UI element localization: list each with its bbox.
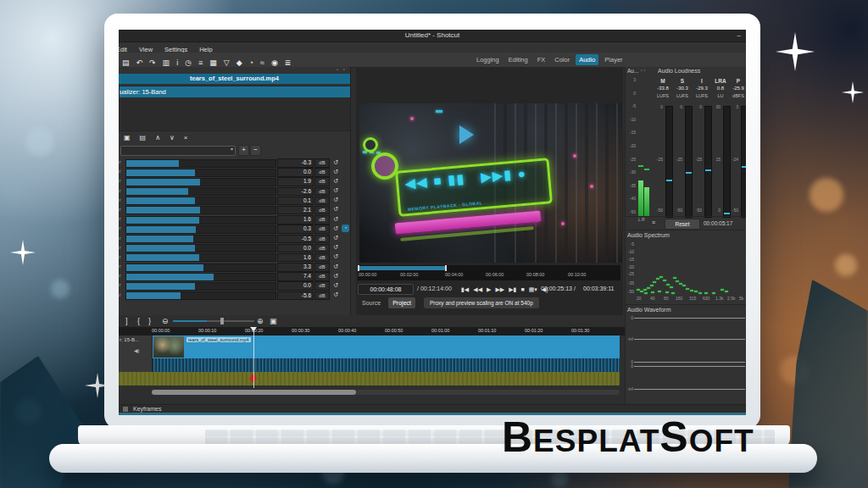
- fast-forward-icon[interactable]: ▶▶: [495, 285, 504, 294]
- eq-band-slider[interactable]: [125, 159, 276, 168]
- preset-remove-button[interactable]: −: [250, 145, 261, 156]
- keyframes-ruler[interactable]: 00:00:00 00:00:10 00:00:20 00:00:30 00:0…: [119, 327, 625, 336]
- scrollbar-thumb[interactable]: [152, 390, 356, 395]
- eq-band-slider[interactable]: [125, 263, 276, 272]
- eq-band-value[interactable]: -5.6: [277, 291, 314, 301]
- eq-band-value[interactable]: -2.6: [277, 187, 314, 197]
- eq-band-slider[interactable]: [125, 291, 276, 300]
- eq-band-slider[interactable]: [125, 187, 276, 196]
- eq-band-value[interactable]: 2.1: [277, 206, 314, 215]
- reset-icon[interactable]: ↺: [333, 168, 338, 175]
- eq-band-slider[interactable]: [125, 235, 276, 243]
- move-up-icon[interactable]: ∧: [155, 134, 160, 141]
- eq-band-value[interactable]: 0.0: [277, 244, 314, 253]
- eq-band-slider[interactable]: [125, 178, 276, 186]
- player-scrub-bar[interactable]: 00:00:00 00:02:00 00:04:00 00:06:00 00:0…: [358, 265, 620, 280]
- eq-band-slider[interactable]: [125, 169, 276, 177]
- reset-icon[interactable]: ↺: [333, 205, 338, 213]
- skip-previous-icon[interactable]: ▮◀: [461, 285, 469, 294]
- reset-icon[interactable]: ↺: [333, 281, 338, 289]
- tab-logging[interactable]: Logging: [473, 54, 503, 65]
- grid-menu-icon[interactable]: ▦▾: [529, 285, 537, 294]
- position-timecode[interactable]: 00:00:48:08: [358, 284, 414, 295]
- timeline-clip[interactable]: tears_of_steel_surround.mp4: [153, 336, 620, 372]
- eq-band-slider[interactable]: [125, 273, 276, 281]
- reset-icon[interactable]: ↺: [333, 196, 338, 203]
- tab-color[interactable]: Color: [551, 54, 573, 65]
- eq-band-slider[interactable]: [125, 282, 276, 291]
- reset-icon[interactable]: ↺: [333, 234, 338, 241]
- trim-end-icon[interactable]: ]: [125, 315, 128, 327]
- zoom-out-icon[interactable]: ⊖: [162, 315, 169, 327]
- tab-player[interactable]: Player: [601, 54, 626, 65]
- eq-band-slider[interactable]: [125, 206, 276, 214]
- eq-band-value[interactable]: 1.6: [277, 253, 314, 263]
- reset-icon[interactable]: ↺: [333, 158, 338, 166]
- eq-band-slider[interactable]: [125, 244, 276, 252]
- eq-band-slider[interactable]: [125, 197, 276, 205]
- playhead-handle[interactable]: [250, 327, 257, 331]
- eq-band-value[interactable]: 7.4: [277, 272, 314, 281]
- eq-band-value[interactable]: 0.1: [277, 197, 314, 206]
- keyframe-toggle-icon[interactable]: ◔: [342, 225, 349, 232]
- panel-dock-icons[interactable]: ▫ ▫: [337, 67, 347, 72]
- inout-range[interactable]: [359, 266, 447, 270]
- filter-start-icon[interactable]: {: [137, 315, 140, 327]
- reset-icon[interactable]: ↺: [333, 215, 338, 223]
- tab-project[interactable]: Project: [388, 297, 415, 308]
- panel-dock-icons[interactable]: ▫ ▫: [641, 68, 645, 73]
- deselect-icon[interactable]: ×: [184, 134, 188, 141]
- reset-icon[interactable]: ↺: [333, 225, 338, 232]
- eq-band-row: z-5.6dB↺: [119, 291, 350, 300]
- tab-source[interactable]: Source: [358, 297, 385, 308]
- zoom-fit-icon[interactable]: ▣: [270, 315, 277, 327]
- rewind-icon[interactable]: ◀◀: [473, 285, 482, 294]
- preset-dropdown[interactable]: ▾: [120, 146, 236, 156]
- reset-icon[interactable]: ↺: [333, 186, 338, 194]
- eq-band-slider[interactable]: [125, 225, 276, 234]
- skip-next-icon[interactable]: ▶▮: [509, 285, 516, 294]
- play-icon[interactable]: ▶: [487, 285, 491, 294]
- reset-icon[interactable]: ↺: [333, 252, 338, 260]
- loudness-menu-icon[interactable]: ≡: [652, 219, 655, 225]
- eq-band-value[interactable]: 1.6: [277, 215, 314, 225]
- paste-filter-icon[interactable]: ▤: [140, 134, 147, 141]
- in-marker[interactable]: [358, 265, 359, 271]
- tab-editing[interactable]: Editing: [505, 54, 531, 65]
- filter-end-icon[interactable]: }: [148, 315, 151, 327]
- loudness-reset-button[interactable]: Reset: [665, 219, 700, 230]
- out-marker[interactable]: [445, 265, 447, 271]
- move-down-icon[interactable]: ∨: [170, 134, 175, 141]
- reset-icon[interactable]: ↺: [333, 177, 338, 185]
- filter-list[interactable]: Equalizer: 15-Band: [119, 86, 351, 131]
- tab-fx[interactable]: FX: [534, 54, 549, 65]
- video-preview[interactable]: ◀◀ ■ ▮▮ ▶▶▮ ● MEMORY PLAYBACK - GLOBAL: [359, 103, 622, 263]
- stop-icon[interactable]: ■: [520, 285, 524, 294]
- preset-add-button[interactable]: +: [238, 145, 249, 156]
- zoom-slider[interactable]: [173, 320, 254, 322]
- eq-band-value[interactable]: 0.3: [277, 225, 314, 234]
- tab-audio[interactable]: Audio: [576, 54, 598, 65]
- zoom-in-icon[interactable]: ⊕: [257, 315, 264, 327]
- playhead-line[interactable]: [253, 327, 254, 388]
- eq-band-value[interactable]: 0.0: [277, 281, 314, 291]
- eq-band-value[interactable]: -0.5: [277, 235, 314, 244]
- reset-icon[interactable]: ↺: [333, 291, 338, 298]
- reset-icon[interactable]: ↺: [333, 243, 338, 251]
- eq-band-slider[interactable]: [125, 253, 276, 262]
- eq-band-value[interactable]: 1.9: [277, 177, 314, 186]
- minimize-button[interactable]: –: [737, 30, 741, 42]
- speaker-icon[interactable]: ◀): [134, 347, 140, 353]
- eq-band-value[interactable]: 3.3: [277, 263, 314, 272]
- eq-band-value[interactable]: -6.3: [277, 158, 314, 168]
- title-bar[interactable]: Untitled* - Shotcut –: [119, 30, 746, 42]
- reset-icon[interactable]: ↺: [333, 263, 338, 270]
- reset-icon[interactable]: ↺: [333, 272, 338, 280]
- horizontal-scrollbar[interactable]: [152, 390, 620, 395]
- keyframe-track[interactable]: [119, 372, 620, 385]
- eq-band-slider[interactable]: [125, 216, 276, 225]
- eq-band-value[interactable]: 0.0: [277, 168, 314, 177]
- zoom-slider-thumb[interactable]: [220, 318, 224, 324]
- filter-row-equalizer[interactable]: Equalizer: 15-Band: [119, 86, 350, 97]
- copy-filter-icon[interactable]: ▣: [124, 134, 131, 141]
